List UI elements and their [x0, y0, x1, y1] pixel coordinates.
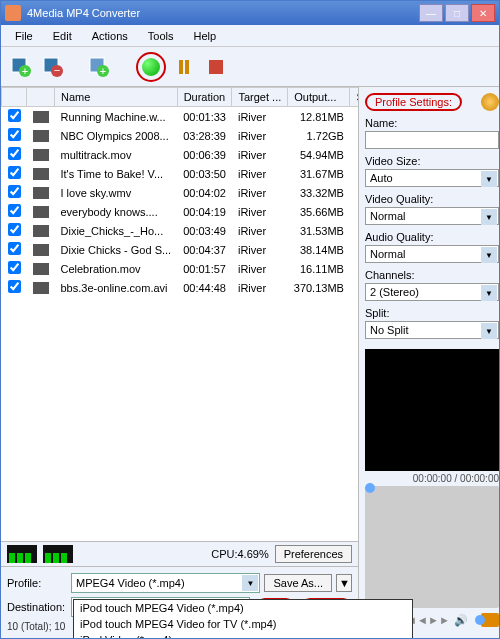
cell-output: 33.32MB [288, 183, 350, 202]
cell-target: iRiver [232, 240, 288, 259]
video-thumb-icon [33, 168, 49, 180]
save-as-dropdown[interactable]: ▼ [336, 574, 352, 592]
palette-icon[interactable] [481, 93, 499, 111]
video-quality-combo[interactable]: Normal▼ [365, 207, 499, 225]
video-thumb-icon [33, 244, 49, 256]
column-header[interactable]: Output... [288, 88, 350, 107]
video-thumb-icon [33, 206, 49, 218]
table-row[interactable]: Running Machine.w...00:01:33iRiver12.81M… [2, 107, 359, 127]
profile-option[interactable]: iPod touch MPEG4 Video for TV (*.mp4) [74, 616, 412, 632]
visualizer-icon [43, 545, 73, 563]
column-header[interactable] [2, 88, 27, 107]
visualizer-icon [7, 545, 37, 563]
chevron-down-icon[interactable]: ▼ [481, 209, 497, 225]
row-checkbox[interactable] [8, 147, 21, 160]
video-size-combo[interactable]: Auto▼ [365, 169, 499, 187]
row-checkbox[interactable] [8, 261, 21, 274]
column-header[interactable] [27, 88, 55, 107]
cell-name: Dixie_Chicks_-_Ho... [55, 221, 178, 240]
video-thumb-icon [33, 225, 49, 237]
minimize-button[interactable]: — [419, 4, 443, 22]
cell-target: iRiver [232, 164, 288, 183]
channels-combo[interactable]: 2 (Stereo)▼ [365, 283, 499, 301]
pause-button[interactable] [170, 53, 198, 81]
save-as-button[interactable]: Save As... [264, 574, 332, 592]
cell-output: 12.81MB [288, 107, 350, 127]
table-row[interactable]: everybody knows....00:04:19iRiver35.66MB… [2, 202, 359, 221]
maximize-button[interactable]: □ [445, 4, 469, 22]
row-checkbox[interactable] [8, 109, 21, 122]
cell-output: 1.72GB [288, 126, 350, 145]
menu-tools[interactable]: Tools [138, 27, 184, 45]
row-checkbox[interactable] [8, 223, 21, 236]
profile-combo[interactable]: MPEG4 Video (*.mp4) ▼ [71, 573, 260, 593]
status-strip: CPU:4.69% Preferences [1, 541, 358, 566]
menu-file[interactable]: File [5, 27, 43, 45]
menu-actions[interactable]: Actions [82, 27, 138, 45]
settings-button[interactable]: + [85, 53, 113, 81]
remove-button[interactable]: − [39, 53, 67, 81]
cell-duration: 00:04:02 [177, 183, 232, 202]
cell-duration: 03:28:39 [177, 126, 232, 145]
row-checkbox[interactable] [8, 166, 21, 179]
close-button[interactable]: ✕ [471, 4, 495, 22]
seek-slider[interactable] [365, 486, 499, 608]
row-checkbox[interactable] [8, 280, 21, 293]
cell-status: - [350, 259, 358, 278]
cell-output: 31.53MB [288, 221, 350, 240]
cell-target: iRiver [232, 202, 288, 221]
row-checkbox[interactable] [8, 204, 21, 217]
split-combo[interactable]: No Split▼ [365, 321, 499, 339]
cell-output: 31.67MB [288, 164, 350, 183]
chevron-down-icon[interactable]: ▼ [481, 323, 497, 339]
chevron-down-icon[interactable]: ▼ [481, 247, 497, 263]
cell-output: 16.11MB [288, 259, 350, 278]
menu-edit[interactable]: Edit [43, 27, 82, 45]
profile-option[interactable]: iPod Video (*.mp4) [74, 632, 412, 638]
cell-status: - [350, 145, 358, 164]
chevron-down-icon[interactable]: ▼ [481, 171, 497, 187]
cell-status: - [350, 278, 358, 297]
table-row[interactable]: NBC Olympics 2008...03:28:39iRiver1.72GB… [2, 126, 359, 145]
preferences-button[interactable]: Preferences [275, 545, 352, 563]
cell-duration: 00:04:19 [177, 202, 232, 221]
file-table[interactable]: NameDurationTarget ...Output...Status Ru… [1, 87, 358, 541]
row-checkbox[interactable] [8, 242, 21, 255]
video-thumb-icon [33, 130, 49, 142]
preview-panel: 00:00:00 / 00:00:00 ▶ ■ ◄◄ ►► 🔊 [365, 349, 499, 632]
profile-dropdown[interactable]: iPod touch MPEG4 Video (*.mp4)iPod touch… [73, 599, 413, 638]
convert-button[interactable] [136, 52, 166, 82]
table-row[interactable]: bbs.3e-online.com.avi00:44:48iRiver370.1… [2, 278, 359, 297]
stop-button[interactable] [202, 53, 230, 81]
split-label: Split: [365, 307, 499, 319]
cell-name: NBC Olympics 2008... [55, 126, 178, 145]
table-row[interactable]: multitrack.mov00:06:39iRiver54.94MB- [2, 145, 359, 164]
menu-help[interactable]: Help [183, 27, 226, 45]
video-quality-label: Video Quality: [365, 193, 499, 205]
audio-quality-combo[interactable]: Normal▼ [365, 245, 499, 263]
column-header[interactable]: Name [55, 88, 178, 107]
row-checkbox[interactable] [8, 128, 21, 141]
cell-name: I love sky.wmv [55, 183, 178, 202]
row-checkbox[interactable] [8, 185, 21, 198]
cell-status: - [350, 164, 358, 183]
column-header[interactable]: Duration [177, 88, 232, 107]
table-row[interactable]: Dixie Chicks - God S...00:04:37iRiver38.… [2, 240, 359, 259]
cell-duration: 00:01:57 [177, 259, 232, 278]
next-button[interactable]: ►► [431, 612, 447, 628]
volume-icon[interactable]: 🔊 [453, 612, 469, 628]
cell-name: everybody knows.... [55, 202, 178, 221]
time-label: 00:00:00 / 00:00:00 [365, 471, 499, 486]
table-row[interactable]: It's Time to Bake! V...00:03:50iRiver31.… [2, 164, 359, 183]
table-row[interactable]: Celebration.mov00:01:57iRiver16.11MB- [2, 259, 359, 278]
chevron-down-icon[interactable]: ▼ [242, 575, 258, 591]
column-header[interactable]: Status [350, 88, 358, 107]
profile-option[interactable]: iPod touch MPEG4 Video (*.mp4) [74, 600, 412, 616]
window-title: 4Media MP4 Converter [27, 7, 140, 19]
add-files-button[interactable]: + [7, 53, 35, 81]
table-row[interactable]: Dixie_Chicks_-_Ho...00:03:49iRiver31.53M… [2, 221, 359, 240]
column-header[interactable]: Target ... [232, 88, 288, 107]
chevron-down-icon[interactable]: ▼ [481, 285, 497, 301]
name-input[interactable] [365, 131, 499, 149]
table-row[interactable]: I love sky.wmv00:04:02iRiver33.32MB- [2, 183, 359, 202]
